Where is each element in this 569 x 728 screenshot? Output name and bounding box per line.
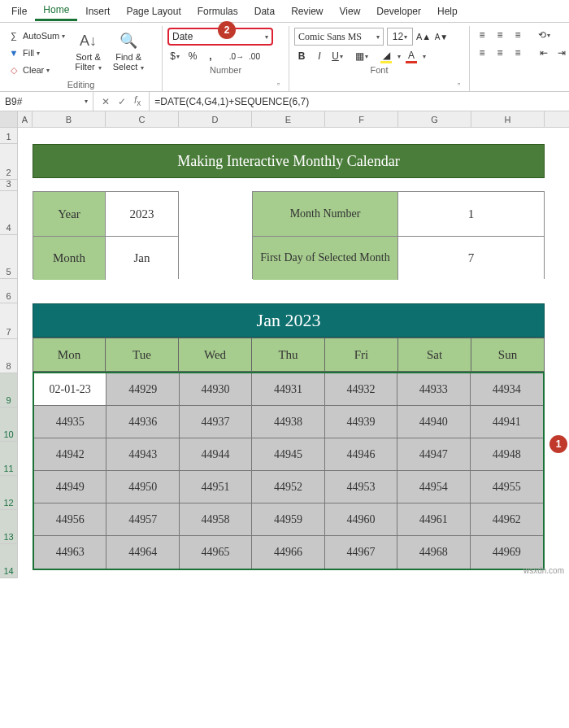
calendar-cell[interactable]: 44942 <box>34 438 106 471</box>
month-value[interactable]: Jan <box>106 237 178 280</box>
row-header[interactable]: 10 <box>0 408 17 442</box>
row-header[interactable]: 7 <box>0 303 17 339</box>
calendar-cell[interactable]: 44929 <box>106 373 179 406</box>
calendar-cell[interactable]: 44955 <box>471 471 543 503</box>
calendar-cell[interactable]: 44959 <box>252 503 324 536</box>
calendar-cell[interactable]: 44936 <box>106 406 179 438</box>
find-select-button[interactable]: 🔍 Find & Select ▾ <box>110 28 148 73</box>
borders-button[interactable]: ▦▾ <box>354 49 369 63</box>
font-name-combo[interactable]: Comic Sans MS▾ <box>294 28 384 46</box>
tab-help[interactable]: Help <box>429 2 466 20</box>
year-value[interactable]: 2023 <box>106 192 178 236</box>
name-box[interactable]: B9#▾ <box>0 92 93 111</box>
align-top-button[interactable]: ≡ <box>475 28 489 42</box>
calendar-cell[interactable]: 44956 <box>34 503 106 536</box>
tab-review[interactable]: Review <box>283 2 331 20</box>
calendar-body[interactable]: 02-01-2344929449304493144932449334493444… <box>33 372 545 570</box>
percent-format-button[interactable]: % <box>185 49 200 63</box>
tab-data[interactable]: Data <box>246 2 283 20</box>
calendar-cell[interactable]: 44934 <box>471 373 543 406</box>
row-header[interactable]: 14 <box>0 544 17 578</box>
decrease-decimal-button[interactable]: .00 <box>247 49 262 63</box>
row-header[interactable]: 13 <box>0 510 17 544</box>
calendar-cell[interactable]: 44967 <box>325 536 397 569</box>
calendar-cell[interactable]: 44935 <box>34 406 106 438</box>
calendar-cell[interactable]: 44961 <box>397 503 470 536</box>
worksheet-grid[interactable]: A B C D E F G H 1 2 3 4 5 6 7 8 9 10 11 … <box>0 111 569 578</box>
cancel-icon[interactable]: ✕ <box>102 96 110 107</box>
sort-filter-button[interactable]: A↓ Sort & Filter ▾ <box>72 28 105 73</box>
tab-developer[interactable]: Developer <box>368 2 429 20</box>
calendar-cell[interactable]: 44968 <box>397 536 470 569</box>
calendar-cell[interactable]: 44951 <box>180 471 252 503</box>
calendar-cell[interactable]: 44947 <box>397 438 470 471</box>
calendar-cell[interactable]: 44964 <box>106 536 179 569</box>
calendar-cell[interactable]: 44949 <box>34 471 106 503</box>
comma-format-button[interactable]: , <box>203 49 218 63</box>
orientation-button[interactable]: ⟲▾ <box>536 28 551 42</box>
row-header[interactable]: 1 <box>0 128 17 144</box>
calendar-cell[interactable]: 44933 <box>397 373 470 406</box>
calendar-cell[interactable]: 44952 <box>252 471 324 503</box>
col-header[interactable]: E <box>252 111 325 127</box>
calendar-cell[interactable]: 44963 <box>34 536 106 569</box>
row-header[interactable]: 4 <box>0 191 17 235</box>
calendar-cell[interactable]: 44948 <box>471 438 543 471</box>
clear-button[interactable]: ◇ Clear ▾ <box>5 62 67 78</box>
calendar-cell[interactable]: 44937 <box>180 406 252 438</box>
tab-file[interactable]: File <box>3 2 35 20</box>
col-header[interactable]: A <box>18 111 33 127</box>
col-header[interactable]: H <box>471 111 545 127</box>
calendar-cell[interactable]: 44965 <box>180 536 252 569</box>
col-header[interactable]: C <box>106 111 179 127</box>
row-header[interactable]: 6 <box>0 279 17 303</box>
calendar-cell[interactable]: 44969 <box>471 536 543 569</box>
tab-pagelayout[interactable]: Page Layout <box>118 2 189 20</box>
increase-font-button[interactable]: A▲ <box>416 29 431 44</box>
underline-button[interactable]: U▾ <box>330 49 345 63</box>
number-dialog-launcher[interactable]: ▫ <box>277 80 287 89</box>
calendar-cell[interactable]: 44941 <box>471 406 543 438</box>
calendar-cell[interactable]: 44939 <box>325 406 397 438</box>
calendar-cell[interactable]: 44945 <box>252 438 324 471</box>
align-right-button[interactable]: ≡ <box>510 46 525 60</box>
calendar-cell[interactable]: 44940 <box>397 406 470 438</box>
col-header[interactable]: B <box>33 111 106 127</box>
accounting-format-button[interactable]: $▾ <box>167 49 182 63</box>
select-all-button[interactable] <box>0 111 18 127</box>
calendar-cell[interactable]: 44930 <box>180 373 252 406</box>
calendar-cell[interactable]: 44962 <box>471 503 543 536</box>
tab-home[interactable]: Home <box>35 1 77 21</box>
italic-button[interactable]: I <box>312 49 327 63</box>
decrease-font-button[interactable]: A▼ <box>434 29 449 44</box>
row-header[interactable]: 2 <box>0 144 17 180</box>
calendar-cell[interactable]: 44943 <box>106 438 179 471</box>
align-center-button[interactable]: ≡ <box>493 46 507 60</box>
row-header[interactable]: 5 <box>0 235 17 279</box>
decrease-indent-button[interactable]: ⇤ <box>536 46 551 60</box>
row-header[interactable]: 12 <box>0 476 17 510</box>
enter-icon[interactable]: ✓ <box>118 96 126 107</box>
calendar-cell[interactable]: 44944 <box>180 438 252 471</box>
calendar-cell[interactable]: 44932 <box>325 373 397 406</box>
font-size-combo[interactable]: 12▾ <box>387 28 413 46</box>
fill-color-button[interactable]: ◢ <box>379 49 393 63</box>
autosum-button[interactable]: ∑ AutoSum ▾ <box>5 28 67 44</box>
align-left-button[interactable]: ≡ <box>475 46 489 60</box>
row-header[interactable]: 3 <box>0 180 17 191</box>
bold-button[interactable]: B <box>294 49 309 63</box>
col-header[interactable]: G <box>398 111 471 127</box>
font-dialog-launcher[interactable]: ▫ <box>458 80 467 89</box>
calendar-cell[interactable]: 44950 <box>106 471 179 503</box>
tab-insert[interactable]: Insert <box>77 2 118 20</box>
calendar-cell[interactable]: 44953 <box>325 471 397 503</box>
increase-indent-button[interactable]: ⇥ <box>554 46 569 60</box>
font-color-button[interactable]: A <box>404 49 419 63</box>
calendar-cell[interactable]: 44931 <box>252 373 324 406</box>
calendar-cell[interactable]: 44957 <box>106 503 179 536</box>
formula-input[interactable]: =DATE(C4,G4,1)+SEQUENCE(6,7) <box>150 96 569 107</box>
tab-view[interactable]: View <box>332 2 369 20</box>
calendar-cell[interactable]: 44946 <box>325 438 397 471</box>
fill-button[interactable]: ▼ Fill ▾ <box>5 45 67 61</box>
calendar-cell[interactable]: 44958 <box>180 503 252 536</box>
